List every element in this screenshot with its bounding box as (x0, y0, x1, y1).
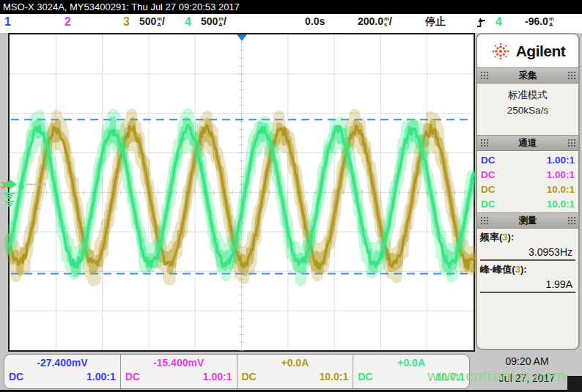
acquisition-mode: 标准模式 (477, 88, 578, 103)
title-bar: MSO-X 3024A, MY53400291: Thu Jul 27 09:2… (0, 0, 582, 14)
horizontal-delay[interactable]: 0.0s (305, 15, 325, 27)
channel-4-button[interactable]: 4 (185, 15, 191, 29)
coupling-label: DC (125, 371, 140, 382)
channel-4-scale-value: 500 (201, 15, 218, 27)
channel-1-button[interactable]: 1 (4, 15, 11, 29)
grip-icon (480, 138, 488, 147)
acquisition-section-title: 采集 (519, 70, 537, 82)
probe-ratio: 1.00:1 (86, 371, 116, 382)
channel-3-scale-suffix: / (162, 15, 165, 27)
acquisition-section-header[interactable]: 采集 (477, 67, 578, 84)
timebase-value: 200.0 (358, 15, 383, 27)
trigger-level[interactable]: -96.0mA (525, 15, 554, 28)
probe-ratio: 10.0:1 (547, 184, 575, 195)
bottom-channel-boxes: -27.400mV DC1.00:1 -15.400mV DC1.00:1 +0… (4, 354, 470, 389)
channel-2-offset-value: -15.400mV (125, 357, 232, 369)
coupling-label: DC (481, 184, 496, 195)
clock-time: 09:20 AM (475, 355, 579, 367)
channel-2-button[interactable]: 2 (65, 15, 71, 29)
channels-section-header[interactable]: 通道 (477, 135, 578, 151)
coupling-label: DC (242, 371, 257, 382)
trigger-level-unit: mA (549, 16, 554, 28)
grip-icon (567, 216, 575, 225)
probe-ratio: 1.00:1 (547, 169, 575, 180)
channel-settings-list: DC1.00:1 DC1.00:1 DC10.0:1 DC10.0:1 (477, 151, 578, 212)
measurement-frequency-value: 3.0953Hz (480, 244, 575, 261)
coupling-label: DC (481, 169, 496, 180)
waveform-display: 3 4 (10, 34, 474, 350)
oscilloscope-screen: MSO-X 3024A, MY53400291: Thu Jul 27 09:2… (0, 0, 582, 392)
corner-tab (567, 376, 582, 392)
probe-ratio: 1.00:1 (203, 371, 232, 382)
acquisition-info: 标准模式 250kSa/s (477, 84, 578, 135)
measurements-list: 频率(3): 3.0953Hz 峰-峰值(3): 1.99A (477, 229, 578, 295)
channels-section-title: 通道 (519, 137, 537, 149)
run-state[interactable]: 停止 (425, 15, 446, 29)
timebase-unit: ms (384, 16, 389, 28)
svg-text:4: 4 (18, 180, 24, 191)
sample-rate: 250kSa/s (477, 103, 578, 119)
watermark: www.cntronics.com (427, 367, 565, 385)
agilent-logo: Agilent (477, 34, 578, 67)
channel-1-status-box[interactable]: -27.400mV DC1.00:1 (4, 355, 121, 388)
measurements-section-title: 测量 (519, 215, 537, 227)
trigger-source[interactable]: 4 (496, 15, 502, 29)
channel-4-settings-row[interactable]: DC10.0:1 (477, 196, 578, 211)
coupling-label: DC (481, 199, 496, 210)
grip-icon (480, 71, 488, 80)
probe-ratio: 10.0:1 (320, 371, 349, 382)
measurements-section-header[interactable]: 测量 (477, 212, 578, 229)
coupling-label: DC (358, 371, 372, 382)
channel-3-scale[interactable]: 500mA/ (139, 15, 165, 28)
agilent-starburst-icon (490, 41, 511, 62)
grip-icon (567, 71, 575, 80)
coupling-label: DC (481, 155, 496, 166)
channel-3-offset-value: +0.0A (242, 357, 349, 369)
grip-icon (567, 138, 575, 147)
channel-3-settings-row[interactable]: DC10.0:1 (477, 182, 578, 196)
channel-1-settings-row[interactable]: DC1.00:1 (477, 152, 578, 167)
measurement-frequency[interactable]: 频率(3): 3.0953Hz (480, 231, 575, 261)
trigger-edge-icon[interactable] (476, 17, 486, 30)
timebase[interactable]: 200.0ms/ (358, 15, 392, 28)
channel-3-button[interactable]: 3 (123, 15, 130, 29)
brand-text: Agilent (516, 42, 566, 60)
status-bar: 1 2 3 500mA/ 4 500mA/ 0.0s 200.0ms/ 停止 4… (0, 14, 582, 33)
measurement-peak-to-peak-value: 1.99A (480, 276, 575, 293)
channel-4-scale-suffix: / (224, 15, 226, 27)
channel-3-scale-value: 500 (139, 15, 156, 27)
channel-3-status-box[interactable]: +0.0A DC10.0:1 (237, 355, 354, 388)
trigger-time-marker[interactable] (237, 34, 247, 41)
channel-2-status-box[interactable]: -15.400mV DC1.00:1 (121, 355, 237, 388)
probe-ratio: 1.00:1 (547, 155, 575, 166)
trigger-level-value: -96.0 (525, 15, 548, 27)
measurement-peak-to-peak[interactable]: 峰-峰值(3): 1.99A (480, 263, 575, 293)
grip-icon (480, 216, 488, 225)
channel-1-offset-value: -27.400mV (9, 357, 116, 369)
channel-2-settings-row[interactable]: DC1.00:1 (477, 167, 578, 182)
plot-area: 3 4 (8, 33, 475, 352)
sidebar: Agilent 采集 标准模式 250kSa/s 通道 DC1.00:1 DC1… (476, 33, 580, 350)
timebase-suffix: / (389, 15, 392, 27)
coupling-label: DC (9, 371, 23, 382)
channel-4-scale[interactable]: 500mA/ (201, 15, 226, 28)
probe-ratio: 10.0:1 (547, 199, 575, 210)
